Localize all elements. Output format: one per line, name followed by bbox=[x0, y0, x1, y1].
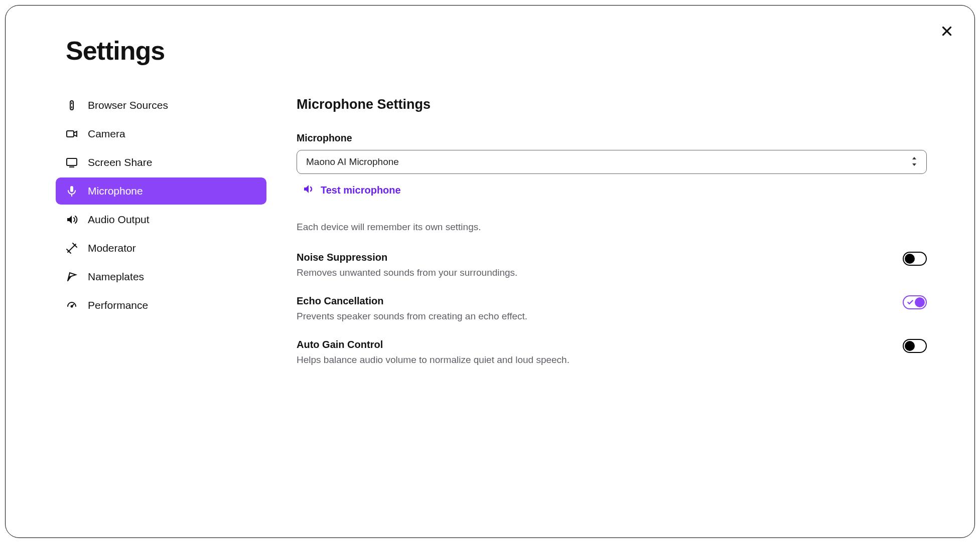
device-settings-hint: Each device will remember its own settin… bbox=[297, 222, 927, 233]
svg-rect-4 bbox=[67, 158, 77, 165]
option-echo-cancellation: Echo Cancellation Prevents speaker sound… bbox=[297, 295, 927, 322]
screen-share-icon bbox=[66, 156, 78, 168]
auto-gain-toggle[interactable] bbox=[903, 339, 927, 353]
microphone-select[interactable]: Maono AI Microphone bbox=[297, 150, 927, 174]
toggle-knob bbox=[915, 297, 925, 307]
option-noise-suppression: Noise Suppression Removes unwanted sound… bbox=[297, 252, 927, 278]
sidebar-item-label: Browser Sources bbox=[88, 99, 168, 111]
sidebar-item-label: Nameplates bbox=[88, 271, 144, 283]
sidebar-item-camera[interactable]: Camera bbox=[56, 120, 266, 147]
sidebar-item-nameplates[interactable]: Nameplates bbox=[56, 263, 266, 290]
microphone-icon bbox=[66, 185, 78, 197]
option-desc: Prevents speaker sounds from creating an… bbox=[297, 311, 527, 322]
sidebar-item-label: Audio Output bbox=[88, 214, 150, 226]
check-icon bbox=[907, 299, 914, 306]
page-title: Settings bbox=[66, 36, 937, 66]
sidebar-item-moderator[interactable]: Moderator bbox=[56, 235, 266, 262]
settings-dialog: Settings Browser Sources Camera Screen S… bbox=[5, 5, 975, 538]
sidebar-item-browser-sources[interactable]: Browser Sources bbox=[56, 92, 266, 119]
option-desc: Helps balance audio volume to normalize … bbox=[297, 354, 570, 366]
noise-suppression-toggle[interactable] bbox=[903, 252, 927, 266]
option-title: Noise Suppression bbox=[297, 252, 517, 263]
sidebar-item-label: Microphone bbox=[88, 185, 143, 197]
toggle-knob bbox=[905, 341, 915, 351]
svg-point-9 bbox=[71, 306, 73, 307]
sidebar-item-label: Camera bbox=[88, 128, 125, 140]
sidebar-item-label: Performance bbox=[88, 299, 148, 311]
svg-rect-2 bbox=[70, 101, 73, 110]
svg-rect-3 bbox=[67, 131, 74, 137]
test-microphone-label: Test microphone bbox=[321, 185, 401, 196]
nameplates-icon bbox=[66, 271, 78, 283]
audio-output-icon bbox=[66, 214, 78, 226]
microphone-label: Microphone bbox=[297, 132, 927, 144]
echo-cancellation-toggle[interactable] bbox=[903, 295, 927, 309]
sidebar-item-label: Screen Share bbox=[88, 156, 152, 168]
chevron-up-down-icon bbox=[911, 157, 917, 167]
svg-rect-6 bbox=[70, 186, 73, 192]
speaker-icon bbox=[303, 183, 315, 198]
close-button[interactable] bbox=[939, 25, 954, 40]
test-microphone-button[interactable]: Test microphone bbox=[303, 183, 927, 198]
option-title: Echo Cancellation bbox=[297, 295, 527, 307]
option-title: Auto Gain Control bbox=[297, 339, 570, 350]
close-icon bbox=[940, 25, 953, 40]
microphone-select-value: Maono AI Microphone bbox=[306, 156, 399, 167]
sidebar-item-screen-share[interactable]: Screen Share bbox=[56, 149, 266, 176]
option-auto-gain: Auto Gain Control Helps balance audio vo… bbox=[297, 339, 927, 366]
sidebar-item-audio-output[interactable]: Audio Output bbox=[56, 206, 266, 233]
performance-icon bbox=[66, 299, 78, 311]
moderator-icon bbox=[66, 242, 78, 254]
sidebar-item-label: Moderator bbox=[88, 242, 136, 254]
browser-sources-icon bbox=[66, 99, 78, 111]
camera-icon bbox=[66, 128, 78, 140]
sidebar: Browser Sources Camera Screen Share Micr… bbox=[56, 92, 266, 383]
option-desc: Removes unwanted sounds from your surrou… bbox=[297, 267, 517, 278]
main-panel: Microphone Settings Microphone Maono AI … bbox=[297, 92, 937, 383]
sidebar-item-performance[interactable]: Performance bbox=[56, 292, 266, 319]
toggle-knob bbox=[905, 254, 915, 264]
sidebar-item-microphone[interactable]: Microphone bbox=[56, 177, 266, 205]
section-title: Microphone Settings bbox=[297, 97, 927, 112]
